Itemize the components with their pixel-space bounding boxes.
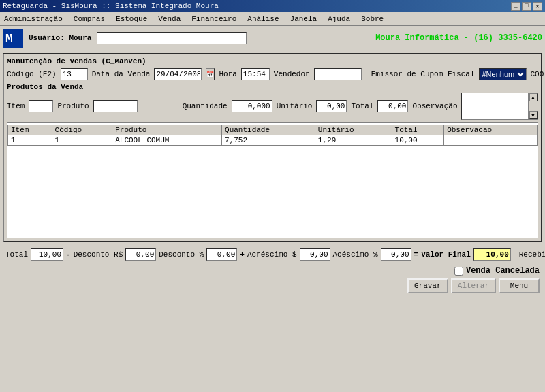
minimize-btn[interactable]: _ [511, 2, 520, 11]
menu-compras[interactable]: Compras [72, 15, 106, 23]
valor-final-label: Valor Final [421, 250, 471, 259]
totals-section: Total - Desconto R$ Desconto % + Acrésci… [3, 244, 542, 263]
menu-financeiro[interactable]: Financeiro [190, 15, 238, 23]
quantidade-input[interactable] [232, 100, 272, 112]
gravar-button[interactable]: Gravar [407, 278, 448, 293]
produto-input[interactable] [93, 100, 138, 112]
acrescimo-s-label: Acréscimo $ [247, 250, 297, 259]
total-label: Total [5, 250, 28, 259]
toolbar-user-label: Usuário: Moura [29, 34, 91, 42]
products-input-row: Item Produto Quantidade Unitário Total O… [7, 93, 538, 120]
venda-cancelada-row: Venda Cancelada [3, 266, 542, 276]
desconto-rs-label: Desconto R$ [74, 250, 123, 259]
data-venda-input[interactable] [154, 68, 202, 80]
cell-produto: ALCOOL COMUM [112, 135, 222, 146]
acrescimo-s-input[interactable] [300, 248, 330, 261]
totals-row: Total - Desconto R$ Desconto % + Acrésci… [5, 248, 540, 261]
main-area: Manutenção de Vendas (C_ManVen) Código (… [0, 50, 545, 299]
form-row-1: Código (F2) Data da Venda 📅 Hora Vendedo… [7, 68, 538, 80]
products-label: Produtos da Venda [7, 83, 83, 91]
vendedor-label: Vendedor [274, 70, 310, 78]
quantidade-label: Quantidade [183, 102, 228, 110]
scroll-up-btn[interactable]: ▲ [529, 93, 538, 101]
hora-input[interactable] [241, 68, 270, 80]
desconto-rs-input[interactable] [125, 248, 156, 261]
menu-button[interactable]: Menu [499, 278, 540, 293]
cell-total: 10,00 [392, 135, 444, 146]
toolbar-company: Moura Informática - (16) 3335-6420 [375, 33, 542, 43]
alterar-button[interactable]: Alterar [451, 278, 496, 293]
observacao-box: ▲ ▼ [461, 93, 538, 120]
coo-label: COO Cupom [531, 70, 546, 78]
valor-final-input[interactable] [473, 248, 511, 261]
emissor-label: Emissor de Cupom Fiscal [371, 70, 475, 78]
menu-janela[interactable]: Janela [289, 15, 319, 23]
form-panel: Manutenção de Vendas (C_ManVen) Código (… [3, 53, 542, 242]
hora-label: Hora [219, 70, 236, 78]
title-bar: Retaguarda - SisMoura :: Sistema Integra… [0, 0, 545, 12]
venda-cancelada-label: Venda Cancelada [466, 266, 540, 276]
menu-sobre[interactable]: Sobre [360, 15, 385, 23]
svg-text:M: M [5, 32, 13, 46]
products-table: Item Código Produto Quantidade Unitário … [7, 125, 538, 146]
op3: = [414, 250, 419, 259]
desconto-pct-input[interactable] [206, 248, 237, 261]
item-input[interactable] [29, 100, 53, 112]
close-btn[interactable]: ✕ [533, 2, 542, 11]
cell-observacao [444, 135, 538, 146]
total-input[interactable] [377, 100, 408, 112]
table-row[interactable]: 11ALCOOL COMUM7,7521,2910,00 [8, 135, 538, 146]
menu-venda[interactable]: Venda [157, 15, 182, 23]
cell-quantidade: 7,752 [222, 135, 315, 146]
col-header-produto: Produto [112, 125, 222, 135]
total-label: Total [351, 102, 373, 110]
col-header-unitario: Unitário [315, 125, 392, 135]
products-table-container: Item Código Produto Quantidade Unitário … [7, 122, 538, 238]
menu-analise[interactable]: Análise [246, 15, 280, 23]
item-label: Item [7, 102, 25, 110]
op2: + [240, 250, 245, 259]
maximize-btn[interactable]: □ [522, 2, 531, 11]
emissor-select[interactable]: #Nenhum [479, 68, 527, 80]
data-venda-label: Data da Venda [92, 70, 151, 78]
recebido-label: Recebido [519, 250, 545, 259]
col-header-observacao: Observacao [444, 125, 538, 135]
acrescimo-pct-label: Acéscimo % [333, 250, 378, 259]
toolbar: M Usuário: Moura Moura Informática - (16… [0, 26, 545, 50]
products-section: Produtos da Venda Item Produto Quantidad… [7, 83, 538, 120]
unitario-input[interactable] [316, 100, 347, 112]
menu-ajuda[interactable]: Ajuda [326, 15, 352, 23]
unitario-label: Unitário [277, 102, 313, 110]
cell-item: 1 [8, 135, 52, 146]
op1: - [66, 250, 71, 259]
produto-label: Produto [57, 102, 89, 110]
form-title: Manutenção de Vendas (C_ManVen) [7, 57, 538, 65]
col-header-quantidade: Quantidade [222, 125, 315, 135]
menu-bar: Administração Compras Estoque Venda Fina… [0, 12, 545, 26]
cell-codigo: 1 [52, 135, 112, 146]
codigo-input[interactable] [61, 68, 88, 80]
data-venda-calendar-btn[interactable]: 📅 [206, 68, 215, 80]
venda-cancelada-checkbox[interactable] [454, 267, 463, 276]
obs-scrollbar[interactable]: ▲ ▼ [528, 93, 538, 119]
menu-estoque[interactable]: Estoque [114, 15, 149, 23]
menu-administracao[interactable]: Administração [3, 15, 64, 23]
desconto-pct-label: Desconto % [159, 250, 204, 259]
col-header-item: Item [8, 125, 52, 135]
total-value-input[interactable] [31, 248, 63, 261]
acrescimo-pct-input[interactable] [381, 248, 411, 261]
scroll-down-btn[interactable]: ▼ [529, 111, 538, 119]
cell-unitario: 1,29 [315, 135, 392, 146]
toolbar-logo: M [3, 29, 23, 48]
toolbar-search-input[interactable] [97, 32, 247, 44]
window-controls[interactable]: _ □ ✕ [511, 2, 542, 11]
vendedor-input[interactable] [314, 68, 362, 80]
observacao-label: Observação [412, 102, 457, 110]
col-header-total: Total [392, 125, 444, 135]
codigo-label: Código (F2) [7, 70, 57, 78]
window-title: Retaguarda - SisMoura :: Sistema Integra… [3, 2, 219, 10]
bottom-buttons: Gravar Alterar Menu [3, 276, 542, 296]
col-header-codigo: Código [52, 125, 112, 135]
